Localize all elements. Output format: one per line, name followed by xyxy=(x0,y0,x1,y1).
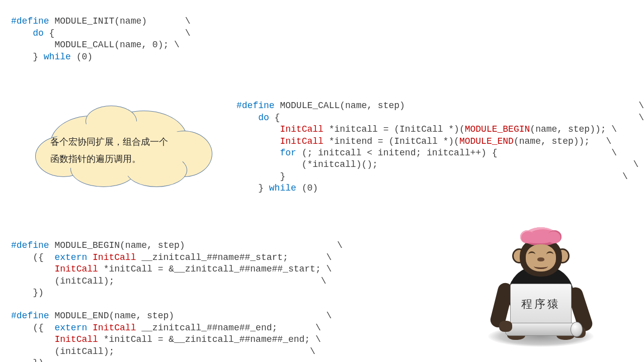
kw-for: for xyxy=(280,148,296,158)
callout-line2: 函数指针的遍历调用。 xyxy=(50,150,191,167)
type-initcall: InitCall xyxy=(93,252,136,262)
code-module-begin: #define MODULE_BEGIN(name, step) \ ({ ex… xyxy=(11,228,343,299)
kw-define: #define xyxy=(236,101,275,111)
kw-define: #define xyxy=(11,16,49,26)
type-initcall: InitCall xyxy=(93,323,136,333)
type-initcall: InitCall xyxy=(280,136,323,146)
laptop-base xyxy=(505,323,577,336)
kw-do: do xyxy=(236,113,269,123)
computer-mouse-icon xyxy=(571,322,583,337)
monkey-eye xyxy=(546,251,553,257)
type-initcall: InitCall xyxy=(54,334,98,344)
kw-define: #define xyxy=(11,240,49,250)
kw-while: while xyxy=(269,183,296,193)
monkey-mouth xyxy=(534,263,548,269)
type-initcall: InitCall xyxy=(280,124,323,134)
laptop-label: 程序猿 xyxy=(521,297,560,312)
kw-extern: extern xyxy=(54,252,87,262)
monkey-nose xyxy=(537,257,544,261)
monkey-hand xyxy=(499,321,512,332)
brain-icon xyxy=(523,227,558,245)
code-module-end: #define MODULE_END(name, step) \ ({ exte… xyxy=(11,299,332,362)
callout-text: 各个宏协同扩展，组合成一个 函数指针的遍历调用。 xyxy=(50,133,191,167)
kw-do: do xyxy=(11,28,44,38)
code-module-call: #define MODULE_CALL(name, step) \ do { \… xyxy=(236,88,644,195)
macro-module-begin: MODULE_BEGIN xyxy=(465,124,530,134)
type-initcall: InitCall xyxy=(54,264,98,274)
monkey-eye xyxy=(528,251,535,257)
callout-line1: 各个宏协同扩展，组合成一个 xyxy=(50,133,191,150)
code-module-init: #define MODULE_INIT(name) \ do { \ MODUL… xyxy=(11,4,190,63)
kw-define: #define xyxy=(11,311,49,321)
laptop-screen: 程序猿 xyxy=(510,284,572,325)
kw-extern: extern xyxy=(54,323,87,333)
kw-while: while xyxy=(44,52,71,62)
monkey-programmer-illustration: DON'T PANIC I'm a programmer 程序猿 xyxy=(488,226,594,347)
macro-module-end: MODULE_END xyxy=(459,136,514,146)
